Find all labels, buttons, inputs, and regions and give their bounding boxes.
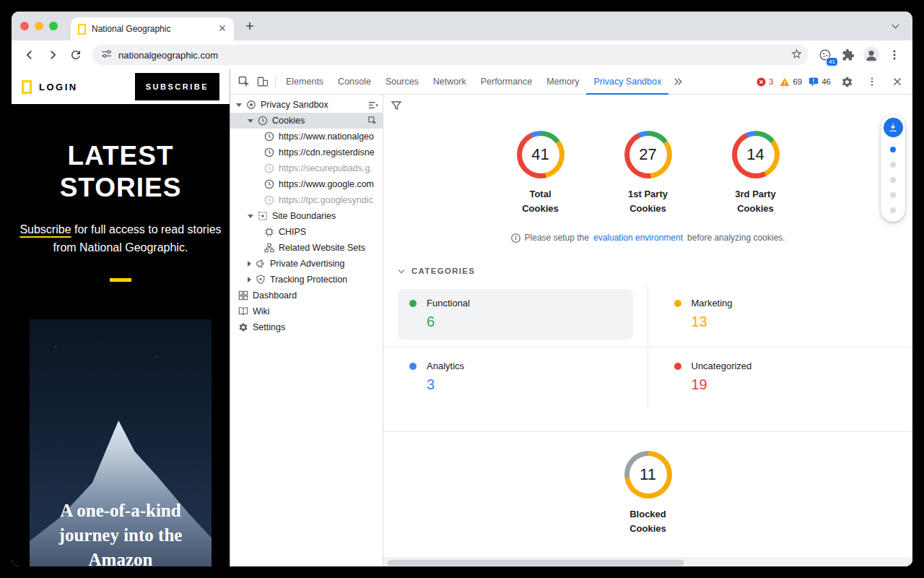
- devtools-status-area: 3 69 46: [757, 72, 908, 91]
- extensions-puzzle-icon[interactable]: [837, 44, 859, 66]
- category-cell-analytics[interactable]: Analytics 3: [383, 348, 648, 410]
- browser-menu-kebab-icon[interactable]: [884, 44, 905, 66]
- caret-down-icon[interactable]: [236, 103, 242, 107]
- tree-item-privacy-sandbox[interactable]: Privacy Sandbox: [230, 97, 383, 113]
- toolbar-separator: [275, 76, 276, 87]
- tree-item-wiki[interactable]: Wiki: [230, 303, 383, 319]
- address-bar[interactable]: nationalgeographic.com: [92, 45, 808, 65]
- note-suffix: before analyzing cookies.: [687, 233, 785, 243]
- tree-item-cookie-url[interactable]: https://tpc.googlesyndic: [230, 192, 383, 208]
- caret-right-icon[interactable]: [248, 277, 251, 282]
- subscribe-button[interactable]: SUBSCRIBE: [135, 73, 219, 100]
- settings-gear-icon: [237, 322, 249, 333]
- tab-elements[interactable]: Elements: [279, 69, 331, 95]
- tree-item-label: CHIPS: [279, 227, 306, 237]
- back-button[interactable]: [19, 44, 40, 66]
- category-name: Analytics: [427, 361, 464, 371]
- caret-right-icon[interactable]: [248, 261, 251, 267]
- tree-item-dashboard[interactable]: Dashboard: [230, 288, 383, 303]
- tree-item-settings[interactable]: Settings: [230, 319, 383, 335]
- profile-avatar[interactable]: [860, 44, 882, 66]
- tab-sources[interactable]: Sources: [378, 69, 426, 95]
- tree-item-cookie-url[interactable]: https://www.nationalgeo: [230, 129, 383, 144]
- tree-item-tracking-protection[interactable]: Tracking Protection: [230, 272, 383, 288]
- window-zoom-button[interactable]: [49, 22, 58, 30]
- more-tabs-icon[interactable]: [668, 72, 687, 91]
- category-count: 19: [692, 376, 887, 393]
- hero-image[interactable]: A one-of-a-kind journey into the Amazon: [30, 319, 212, 566]
- tree-item-cookie-url[interactable]: https://cdn.registerdisne: [230, 144, 383, 160]
- url-text[interactable]: nationalgeographic.com: [118, 50, 784, 61]
- error-count[interactable]: 3: [757, 77, 773, 87]
- site-header: LOGIN SUBSCRIBE: [12, 69, 230, 104]
- cookie-url-label: https://securepubads.g.: [279, 163, 372, 173]
- download-report-button[interactable]: [884, 118, 903, 137]
- label-line2: Cookies: [629, 523, 666, 534]
- evaluation-environment-link[interactable]: evaluation environment: [593, 233, 683, 243]
- label-line1: 1st Party: [628, 189, 668, 199]
- categories-header[interactable]: CATEGORIES: [383, 256, 912, 285]
- tab-performance[interactable]: Performance: [474, 69, 540, 95]
- device-toolbar-icon[interactable]: [253, 72, 272, 91]
- nav-dot-active[interactable]: [890, 147, 896, 152]
- inspect-element-icon[interactable]: [235, 72, 253, 91]
- privacy-sandbox-tree: Privacy Sandbox Cookies: [230, 95, 383, 566]
- tab-console[interactable]: Console: [331, 69, 378, 95]
- warning-count[interactable]: 69: [780, 77, 802, 87]
- category-cell-functional[interactable]: Functional 6: [383, 285, 648, 348]
- nav-dot[interactable]: [890, 192, 896, 198]
- privacy-sandbox-extension-icon[interactable]: 41: [814, 44, 836, 66]
- tab-title: National Geographic: [92, 24, 212, 34]
- horizontal-scrollbar[interactable]: [383, 558, 912, 566]
- tree-item-related-website-sets[interactable]: Related Website Sets: [230, 240, 383, 256]
- tree-item-cookie-url[interactable]: https://securepubads.g.: [230, 160, 383, 176]
- natgeo-logo[interactable]: [22, 80, 32, 94]
- hero-caption[interactable]: A one-of-a-kind journey into the Amazon: [30, 499, 212, 566]
- tree-item-cookie-url[interactable]: https://www.google.com: [230, 176, 383, 192]
- devtools-menu-kebab-icon[interactable]: [863, 72, 881, 91]
- analytics-dot-icon: [409, 363, 417, 370]
- clock-icon: [263, 194, 275, 206]
- window-minimize-button[interactable]: [35, 22, 43, 30]
- login-link[interactable]: LOGIN: [39, 82, 78, 92]
- forward-button[interactable]: [42, 44, 64, 66]
- headline-line2: STORIES: [60, 173, 182, 202]
- devtools-settings-gear-icon[interactable]: [837, 72, 856, 91]
- tab-memory[interactable]: Memory: [539, 69, 586, 95]
- site-info-icon[interactable]: [101, 48, 112, 62]
- nav-dot[interactable]: [890, 162, 896, 168]
- caret-down-icon[interactable]: [248, 119, 253, 123]
- issues-count[interactable]: 46: [808, 77, 831, 87]
- inspect-small-icon[interactable]: [365, 116, 380, 126]
- tree-item-cookies[interactable]: Cookies: [230, 113, 383, 129]
- tab-close-icon[interactable]: [218, 22, 227, 35]
- devtools-close-icon[interactable]: [888, 72, 907, 91]
- nav-dot[interactable]: [890, 177, 896, 183]
- nav-dot[interactable]: [890, 207, 896, 213]
- scrollbar-thumb[interactable]: [388, 560, 684, 566]
- new-tab-button[interactable]: [240, 16, 260, 36]
- chips-icon: [263, 226, 275, 238]
- caret-down-icon[interactable]: [248, 215, 253, 218]
- collapse-sidebar-icon[interactable]: [365, 100, 380, 111]
- subscribe-link[interactable]: Subscribe: [19, 223, 71, 236]
- tab-search-button[interactable]: [886, 17, 904, 35]
- warning-count-label: 69: [793, 77, 802, 86]
- window-close-button[interactable]: [20, 22, 29, 30]
- filter-funnel-icon[interactable]: [391, 100, 402, 114]
- bookmark-star-icon[interactable]: [790, 48, 803, 63]
- tab-privacy-sandbox[interactable]: Privacy Sandbox: [586, 69, 668, 95]
- related-website-sets-icon: [263, 242, 275, 254]
- tree-item-chips[interactable]: CHIPS: [230, 224, 383, 240]
- category-cell-marketing[interactable]: Marketing 13: [648, 285, 913, 348]
- marketing-dot-icon: [674, 300, 681, 307]
- browser-toolbar: nationalgeographic.com 41: [12, 40, 912, 69]
- warning-icon: [780, 77, 790, 87]
- label-line1: 3rd Party: [735, 189, 775, 199]
- tree-item-site-boundaries[interactable]: Site Boundaries: [230, 208, 383, 224]
- tab-network[interactable]: Network: [426, 69, 474, 95]
- reload-button[interactable]: [65, 44, 87, 66]
- category-cell-uncategorized[interactable]: Uncategorized 19: [648, 348, 913, 410]
- browser-tab[interactable]: National Geographic: [71, 17, 234, 40]
- tree-item-private-advertising[interactable]: Private Advertising: [230, 256, 383, 272]
